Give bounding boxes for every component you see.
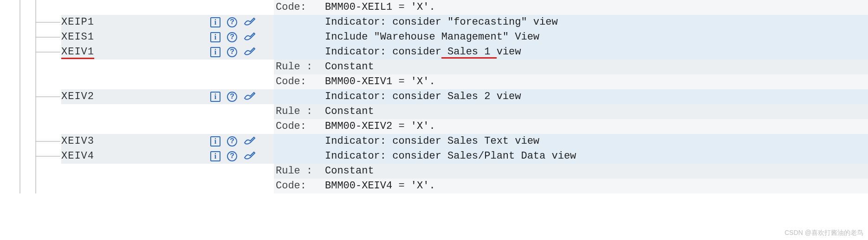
label-code: Code: bbox=[274, 119, 325, 134]
tree-col bbox=[0, 0, 207, 15]
highlight-sales1: Sales 1 bbox=[441, 46, 497, 58]
icons-col: i ? bbox=[207, 15, 274, 30]
edit-icon[interactable] bbox=[244, 136, 256, 147]
info-icon[interactable]: i bbox=[210, 47, 220, 57]
help-icon[interactable]: ? bbox=[227, 32, 237, 42]
tree-col bbox=[0, 164, 207, 179]
tree-col: XEIP1 bbox=[0, 15, 207, 30]
label-blank bbox=[274, 15, 325, 30]
code-value: BMM00-XEIV2 = 'X'. bbox=[325, 119, 868, 134]
info-icon[interactable]: i bbox=[210, 92, 220, 102]
icons-col bbox=[207, 74, 274, 89]
tree-connector bbox=[0, 179, 207, 193]
edit-icon[interactable] bbox=[244, 92, 256, 102]
rule-value: Constant bbox=[325, 164, 868, 179]
row-xeiv1: XEIV1 i ? Indicator: consider Sales 1 vi… bbox=[0, 45, 868, 60]
desc-xeiv2: Indicator: consider Sales 2 view bbox=[325, 89, 868, 104]
label-rule: Rule : bbox=[274, 60, 325, 74]
desc-part-a: Indicator: consider bbox=[325, 46, 441, 58]
tree-col bbox=[0, 104, 207, 119]
highlight-xeiv1: XEIV1 bbox=[61, 46, 94, 59]
code-value: BMM00-XEIV1 = 'X'. bbox=[325, 74, 868, 89]
row-xeiv4: XEIV4 i ? Indicator: consider Sales/Plan… bbox=[0, 149, 868, 164]
row-code-xeiv2: Code: BMM00-XEIV2 = 'X'. bbox=[0, 119, 868, 134]
edit-icon[interactable] bbox=[244, 17, 256, 27]
icons-col: i ? bbox=[207, 45, 274, 60]
tree-node-xeiv4[interactable]: XEIV4 bbox=[61, 149, 207, 164]
desc-xeiv1: Indicator: consider Sales 1 view bbox=[325, 45, 868, 60]
row-rule-xeiv4: Rule : Constant bbox=[0, 164, 868, 179]
icons-col bbox=[207, 60, 274, 74]
label-blank bbox=[274, 30, 325, 45]
tree-connector bbox=[0, 0, 207, 15]
row-xeiv2: XEIV2 i ? Indicator: consider Sales 2 vi… bbox=[0, 89, 868, 104]
icons-col: i ? bbox=[207, 89, 274, 104]
row-xeiv3: XEIV3 i ? Indicator: consider Sales Text… bbox=[0, 134, 868, 149]
icons-col bbox=[207, 119, 274, 134]
help-icon[interactable]: ? bbox=[227, 136, 237, 147]
label-blank bbox=[274, 149, 325, 164]
tree-col bbox=[0, 60, 207, 74]
icons-col: i ? bbox=[207, 134, 274, 149]
label-code: Code: bbox=[274, 0, 325, 15]
desc-xeiv4: Indicator: consider Sales/Plant Data vie… bbox=[325, 149, 868, 164]
tree-connector bbox=[0, 60, 207, 74]
row-xeis1: XEIS1 i ? Include "Warehouse Management"… bbox=[0, 30, 868, 45]
label-blank bbox=[274, 45, 325, 60]
tree-connector bbox=[0, 74, 207, 89]
tree-node-xeiv3[interactable]: XEIV3 bbox=[61, 134, 207, 149]
label-rule: Rule : bbox=[274, 164, 325, 179]
rule-value: Constant bbox=[325, 104, 868, 119]
tree-col: XEIV2 bbox=[0, 89, 207, 104]
help-icon[interactable]: ? bbox=[227, 92, 237, 102]
tree-node-xeiv2[interactable]: XEIV2 bbox=[61, 89, 207, 104]
tree-connector bbox=[0, 104, 207, 119]
info-icon[interactable]: i bbox=[210, 136, 220, 147]
label-rule: Rule : bbox=[274, 104, 325, 119]
code-value: BMM00-XEIL1 = 'X'. bbox=[325, 0, 868, 15]
rule-value: Constant bbox=[325, 60, 868, 74]
row-code-xeiv1: Code: BMM00-XEIV1 = 'X'. bbox=[0, 74, 868, 89]
tree-col bbox=[0, 119, 207, 134]
tree-node-xeip1[interactable]: XEIP1 bbox=[61, 15, 207, 30]
info-icon[interactable]: i bbox=[210, 32, 220, 42]
edit-icon[interactable] bbox=[244, 151, 256, 161]
label-code: Code: bbox=[274, 74, 325, 89]
tree-col: XEIV1 bbox=[0, 45, 207, 60]
icons-col bbox=[207, 0, 274, 15]
tree-col: XEIS1 bbox=[0, 30, 207, 45]
icons-col bbox=[207, 179, 274, 193]
help-icon[interactable]: ? bbox=[227, 17, 237, 27]
edit-icon[interactable] bbox=[244, 32, 256, 42]
row-rule-xeiv2: Rule : Constant bbox=[0, 104, 868, 119]
info-icon[interactable]: i bbox=[210, 151, 220, 161]
desc-part-c: view bbox=[497, 46, 521, 58]
tree-node-xeiv1[interactable]: XEIV1 bbox=[61, 45, 207, 60]
label-blank bbox=[274, 134, 325, 149]
tree-connector bbox=[0, 164, 207, 179]
tree-col: XEIV4 bbox=[0, 149, 207, 164]
icons-col: i ? bbox=[207, 149, 274, 164]
label-blank bbox=[274, 89, 325, 104]
tree-col bbox=[0, 179, 207, 193]
icons-col bbox=[207, 104, 274, 119]
row-code-xeil1: Code: BMM00-XEIL1 = 'X'. bbox=[0, 0, 868, 15]
label-code: Code: bbox=[274, 179, 325, 193]
help-icon[interactable]: ? bbox=[227, 151, 237, 161]
code-value: BMM00-XEIV4 = 'X'. bbox=[325, 179, 868, 193]
info-icon[interactable]: i bbox=[210, 17, 220, 27]
desc-xeip1: Indicator: consider "forecasting" view bbox=[325, 15, 868, 30]
tree-col bbox=[0, 74, 207, 89]
desc-xeiv3: Indicator: consider Sales Text view bbox=[325, 134, 868, 149]
edit-icon[interactable] bbox=[244, 47, 256, 57]
tree-connector bbox=[0, 119, 207, 134]
desc-xeis1: Include "Warehouse Management" View bbox=[325, 30, 868, 45]
icons-col bbox=[207, 164, 274, 179]
icons-col: i ? bbox=[207, 30, 274, 45]
row-rule-xeiv1: Rule : Constant bbox=[0, 60, 868, 74]
row-xeip1: XEIP1 i ? Indicator: consider "forecasti… bbox=[0, 15, 868, 30]
tree-node-xeis1[interactable]: XEIS1 bbox=[61, 30, 207, 45]
tree-col: XEIV3 bbox=[0, 134, 207, 149]
row-code-xeiv4: Code: BMM00-XEIV4 = 'X'. bbox=[0, 179, 868, 193]
help-icon[interactable]: ? bbox=[227, 47, 237, 57]
